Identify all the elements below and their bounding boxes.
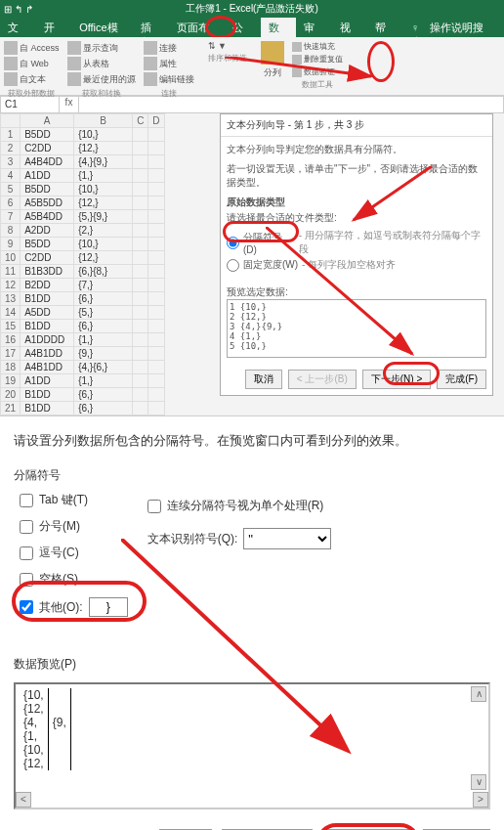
table-row[interactable]: 3A4B4DD{4,}{9,} xyxy=(1,155,165,169)
table-row[interactable]: 18A4B1DD{4,}{6,} xyxy=(1,361,165,374)
table-row[interactable]: 1B5DD{10,} xyxy=(1,128,165,142)
other-delimiter-input[interactable] xyxy=(89,597,128,617)
tab-help[interactable]: 帮助 xyxy=(367,18,403,37)
table-row[interactable]: 19A1DD{1,} xyxy=(1,374,165,388)
table-row[interactable]: 7A5B4DD{5,}{9,} xyxy=(1,210,165,224)
tab-home[interactable]: 开始 xyxy=(36,18,72,37)
scroll-down-icon[interactable]: ∨ xyxy=(471,774,486,790)
text-wizard-dialog: 文本分列向导 - 第 1 步，共 3 步 文本分列向导判定您的数据具有分隔符。 … xyxy=(220,113,493,396)
table-row[interactable]: 8A2DD{2,} xyxy=(1,224,165,238)
tab-review[interactable]: 审阅 xyxy=(296,18,332,37)
formula-content[interactable] xyxy=(79,97,503,112)
tab-formula[interactable]: 公式 xyxy=(225,18,261,37)
tab-layout[interactable]: 页面布局 xyxy=(169,18,225,37)
scroll-right-icon[interactable]: > xyxy=(473,792,488,808)
fx-icon[interactable]: fx xyxy=(60,97,79,112)
tab-file[interactable]: 文件 xyxy=(0,18,36,37)
tab-data[interactable]: 数据 xyxy=(261,18,297,37)
ribbon: 自 Access 自 Web 自文本 获取外部数据 显示查询 从表格 最近使用的… xyxy=(0,37,504,96)
name-box[interactable]: C1 xyxy=(1,97,60,112)
table-row[interactable]: 10C2DD{12,} xyxy=(1,251,165,265)
table-row[interactable]: 6A5B5DD{12,} xyxy=(1,197,165,210)
text-to-columns-button[interactable]: 分列 xyxy=(261,41,284,91)
radio-fixed-width[interactable]: 固定宽度(W)- 每列字段加空格对齐 xyxy=(227,258,486,272)
checkbox-consecutive[interactable]: 连续分隔符号视为单个处理(R) xyxy=(147,498,332,514)
checkbox-tab[interactable]: Tab 键(T) xyxy=(20,492,128,508)
table-row[interactable]: 5B5DD{10,} xyxy=(1,183,165,197)
list-item: {10, xyxy=(20,743,70,757)
tab-insert[interactable]: 插入 xyxy=(133,18,169,37)
tab-office[interactable]: Office模板 xyxy=(71,18,133,37)
list-item: {4,{9, xyxy=(20,716,70,729)
checkbox-comma[interactable]: 逗号(C) xyxy=(20,545,128,561)
table-row[interactable]: 15B1DD{6,} xyxy=(1,320,165,333)
wizard-next-button[interactable]: 下一步(N) > xyxy=(362,370,432,389)
table-row[interactable]: 2C2DD{12,} xyxy=(1,142,165,155)
annotation-circle-fenlie xyxy=(367,41,395,82)
checkbox-space[interactable]: 空格(S) xyxy=(20,571,128,588)
table-row[interactable]: 16A1DDDD{1,} xyxy=(1,333,165,347)
table-row[interactable]: 17A4B1DD{9,} xyxy=(1,347,165,361)
preview-label: 数据预览(P) xyxy=(14,656,490,673)
table-row[interactable]: 11B1B3DD{6,}{8,} xyxy=(1,265,165,279)
wizard-cancel-button[interactable]: 取消 xyxy=(245,370,282,389)
tab-tell-me[interactable]: ♀ 操作说明搜索 xyxy=(403,18,504,37)
scroll-left-icon[interactable]: < xyxy=(16,792,31,808)
list-item: {12, xyxy=(20,757,70,770)
radio-delimited[interactable]: 分隔符号(D)- 用分隔字符，如逗号或制表符分隔每个字段 xyxy=(227,229,486,256)
list-item: {10, xyxy=(20,688,70,702)
table-row[interactable]: 13B1DD{6,} xyxy=(1,292,165,306)
qualifier-label: 文本识别符号(Q): xyxy=(147,531,238,547)
table-row[interactable]: 21B1DD{6,} xyxy=(1,402,165,415)
titlebar: ⊞ ↰ ↱ 工作簿1 - Excel(产品激活失败) xyxy=(0,0,504,18)
scroll-up-icon[interactable]: ∧ xyxy=(471,686,486,702)
qualifier-select[interactable]: " xyxy=(243,528,331,549)
preview-panel: {10,{12,{4,{9,{1,{10,{12, ∧ ∨ < > xyxy=(14,682,490,809)
instruction-text: 请设置分列数据所包含的分隔符号。在预览窗口内可看到分列的效果。 xyxy=(14,432,490,450)
table-row[interactable]: 12B2DD{7,} xyxy=(1,279,165,292)
table-row[interactable]: 20B1DD{6,} xyxy=(1,388,165,402)
checkbox-other[interactable]: 其他(O): xyxy=(20,599,83,616)
list-item: {12, xyxy=(20,702,70,716)
table-row[interactable]: 14A5DD{5,} xyxy=(1,306,165,320)
table-row[interactable]: 9B5DD{10,} xyxy=(1,238,165,251)
wizard-title: 文本分列向导 - 第 1 步，共 3 步 xyxy=(221,114,492,137)
tab-view[interactable]: 视图 xyxy=(332,18,368,37)
list-item: {1, xyxy=(20,729,70,743)
wizard-preview: 1 {10,}2 {12,}3 {4,}{9,}4 {1,}5 {10,} xyxy=(227,299,486,358)
ribbon-tabs: 文件 开始 Office模板 插入 页面布局 公式 数据 审阅 视图 帮助 ♀ … xyxy=(0,18,504,37)
checkbox-semicolon[interactable]: 分号(M) xyxy=(20,518,128,535)
wizard-finish-button[interactable]: 完成(F) xyxy=(437,370,486,389)
worksheet-grid[interactable]: ABCD 1B5DD{10,}2C2DD{12,}3A4B4DD{4,}{9,}… xyxy=(0,113,165,415)
delimiter-label: 分隔符号 xyxy=(14,467,490,484)
table-row[interactable]: 4A1DD{1,} xyxy=(1,169,165,183)
wizard-prev-button[interactable]: < 上一步(B) xyxy=(288,370,357,389)
